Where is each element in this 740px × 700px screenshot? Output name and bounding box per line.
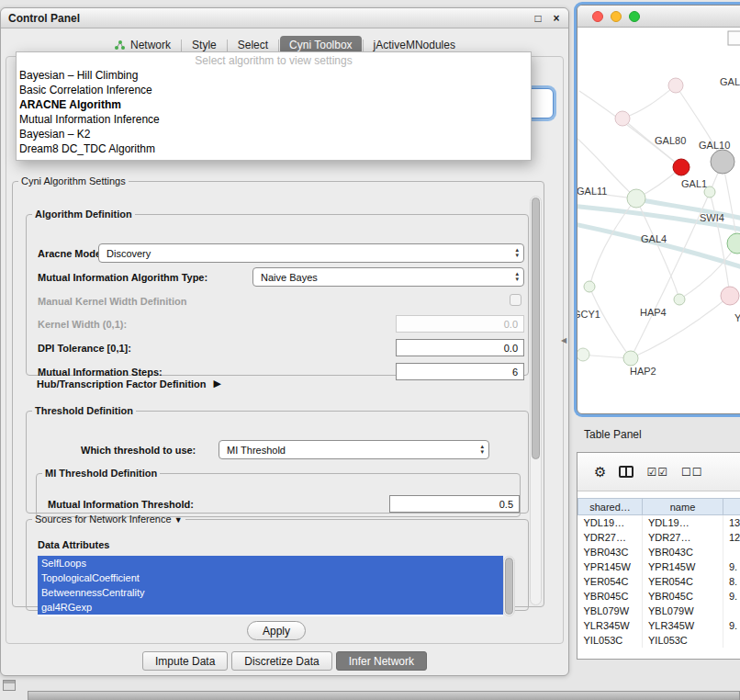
table-row[interactable]: YDR27… YDR27… 12	[578, 530, 740, 545]
network-node[interactable]	[627, 189, 645, 208]
attributes-scrollbar-track[interactable]	[503, 556, 515, 616]
cell[interactable]: YBR045C	[578, 589, 643, 604]
minimize-traffic-light[interactable]	[611, 11, 622, 22]
hub-definition-expander[interactable]: Hub/Transcription Factor Definition ▶	[37, 378, 221, 390]
close-window-icon[interactable]: ×	[550, 12, 563, 25]
gear-icon[interactable]: ⚙	[594, 465, 606, 479]
mi-type-combo[interactable]: Naive Bayes ▴▾	[252, 267, 524, 287]
network-node[interactable]	[668, 78, 683, 93]
cell[interactable]: YBR045C	[643, 589, 723, 604]
column-header-extra[interactable]	[723, 499, 740, 515]
cell[interactable]: 13	[723, 515, 740, 530]
cell[interactable]: YLR345W	[643, 618, 723, 633]
node-label: HAP4	[640, 307, 667, 318]
cell[interactable]: YLR345W	[578, 618, 643, 633]
clear-all-checkboxes-icon[interactable]: ☐☐	[681, 467, 703, 478]
tab-separator	[363, 40, 364, 51]
zoom-traffic-light[interactable]	[629, 11, 640, 22]
cell[interactable]: YIL053C	[643, 633, 723, 648]
field-value: 0.0	[504, 343, 518, 354]
table-row[interactable]: YER054C YER054C 8.	[578, 574, 740, 589]
list-item-selected[interactable]: BetweennessCentrality	[38, 585, 503, 600]
menu-item[interactable]: Basic Correlation Inference	[17, 83, 531, 97]
cell[interactable]: 9.	[723, 589, 740, 604]
birdseye-overlay[interactable]	[728, 31, 740, 45]
select-all-checkboxes-icon[interactable]: ☑☑	[646, 467, 668, 478]
menu-item[interactable]: Dream8 DC_TDC Algorithm	[17, 141, 531, 156]
cell[interactable]: YDR27…	[643, 530, 723, 545]
apply-button[interactable]: Apply	[247, 621, 306, 640]
cell[interactable]: YER054C	[578, 574, 643, 589]
cell[interactable]	[723, 633, 740, 648]
menu-item[interactable]: Bayesian – Hill Climbing	[17, 68, 531, 83]
cell[interactable]: YBL079W	[578, 604, 643, 618]
manual-kernel-label: Manual Kernel Width Definition	[38, 296, 186, 307]
cell[interactable]	[723, 604, 740, 618]
cell[interactable]: 12	[723, 530, 740, 545]
list-item-selected[interactable]: gal4RGexp	[38, 600, 503, 615]
cell[interactable]: YIL053C	[578, 633, 643, 648]
cell[interactable]: YBL079W	[643, 604, 723, 618]
network-canvas[interactable]: GAL8 GAL80 GAL10 GAL11 GAL1 SWI4 GAL4 GC…	[577, 28, 740, 414]
settings-scrollbar-track[interactable]	[530, 196, 542, 605]
table-row[interactable]: YBR045C YBR045C 9.	[578, 589, 740, 604]
network-node[interactable]	[584, 281, 595, 292]
cell[interactable]: 9.	[723, 618, 740, 633]
attributes-scrollbar-thumb[interactable]	[505, 558, 513, 615]
tab-infer-network[interactable]: Infer Network	[336, 651, 427, 671]
list-item-selected[interactable]: TopologicalCoefficient	[38, 570, 503, 585]
algorithm-dropdown-menu: Select algorithm to view settings Bayesi…	[16, 51, 532, 161]
aracne-mode-combo[interactable]: Discovery ▴▾	[98, 243, 524, 263]
table-row[interactable]: YBL079W YBL079W	[578, 604, 740, 618]
sources-expander[interactable]: Sources for Network Inference ▼	[32, 514, 185, 525]
network-node[interactable]	[615, 111, 630, 126]
dpi-tolerance-field[interactable]: 0.0	[396, 339, 524, 356]
table-row[interactable]: YLR345W YLR345W 9.	[578, 618, 740, 633]
algorithm-definition-group: Algorithm Definition Aracne Mode: Discov…	[26, 209, 529, 376]
cell[interactable]	[723, 545, 740, 559]
network-node[interactable]	[721, 287, 739, 305]
table-row[interactable]: YBR043C YBR043C	[578, 545, 740, 559]
control-panel-titlebar: Control Panel □ ×	[1, 8, 568, 28]
which-threshold-combo[interactable]: MI Threshold ▴▾	[219, 440, 489, 459]
mi-steps-field[interactable]: 6	[396, 363, 524, 380]
hub-definition-label: Hub/Transcription Factor Definition	[37, 378, 207, 390]
column-header-shared-name[interactable]: shared…	[578, 499, 643, 515]
cell[interactable]: 8.	[723, 574, 740, 589]
columns-icon[interactable]	[619, 466, 633, 478]
column-header-name[interactable]: name	[643, 499, 723, 515]
settings-scrollbar-thumb[interactable]	[532, 198, 540, 459]
network-node[interactable]	[673, 159, 690, 175]
table-row[interactable]: YPR145W YPR145W 9.	[578, 559, 740, 574]
network-node[interactable]	[711, 150, 734, 174]
menu-item[interactable]: Bayesian – K2	[17, 127, 531, 141]
data-attributes-list: SelfLoops TopologicalCoefficient Between…	[38, 556, 503, 616]
tab-discretize-data[interactable]: Discretize Data	[231, 651, 331, 671]
tab-impute-data[interactable]: Impute Data	[142, 651, 228, 671]
float-window-icon[interactable]: □	[532, 12, 544, 25]
cell[interactable]: YER054C	[643, 574, 723, 589]
splitter-handle[interactable]: ◀	[561, 336, 566, 344]
cell[interactable]: YDR27…	[578, 530, 643, 545]
cell[interactable]: YBR043C	[578, 545, 643, 559]
list-item-selected[interactable]: SelfLoops	[38, 556, 503, 570]
close-traffic-light[interactable]	[592, 11, 603, 22]
mi-threshold-field[interactable]: 0.5	[389, 495, 520, 513]
network-node[interactable]	[577, 348, 589, 361]
cell[interactable]: 9.	[723, 559, 740, 574]
cell[interactable]: YPR145W	[578, 559, 643, 574]
cell[interactable]: YPR145W	[643, 559, 723, 574]
network-node[interactable]	[623, 351, 638, 366]
menu-item-selected[interactable]: ARACNE Algorithm	[17, 97, 531, 112]
network-node[interactable]	[674, 294, 685, 305]
table-row[interactable]: YDL19… YDL19… 13	[578, 515, 740, 530]
cell[interactable]: YBR043C	[643, 545, 723, 559]
minimized-panel-icon[interactable]	[3, 680, 16, 691]
cell[interactable]: YDL19…	[643, 515, 723, 530]
combo-value: Discovery	[107, 248, 151, 259]
menu-item[interactable]: Mutual Information Inference	[17, 112, 531, 127]
combo-arrows-icon: ▴▾	[515, 247, 519, 258]
cell[interactable]: YDL19…	[578, 515, 643, 530]
network-node[interactable]	[727, 233, 740, 254]
table-row[interactable]: YIL053C YIL053C	[578, 633, 740, 648]
